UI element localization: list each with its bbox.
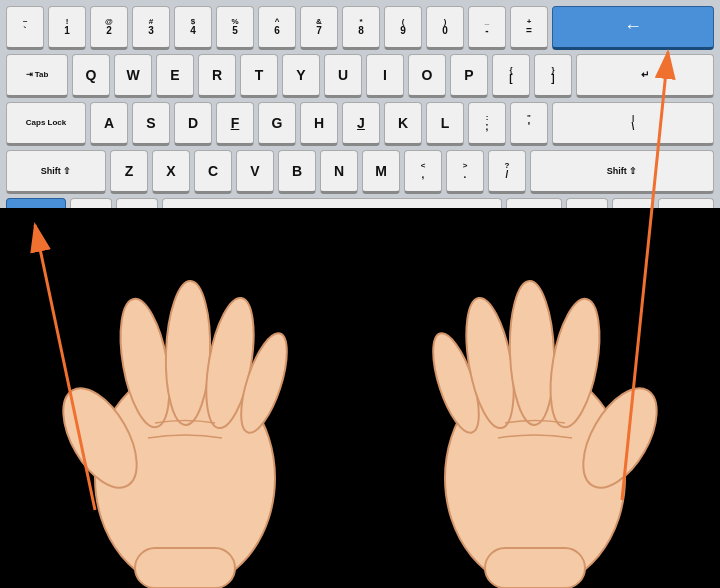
key-f[interactable]: F [216,102,254,146]
key-h[interactable]: H [300,102,338,146]
key-u[interactable]: U [324,54,362,98]
key-q[interactable]: Q [72,54,110,98]
key-9[interactable]: (9 [384,6,422,50]
key-semicolon[interactable]: :; [468,102,506,146]
key-4[interactable]: $4 [174,6,212,50]
key-7[interactable]: &7 [300,6,338,50]
key-a[interactable]: A [90,102,128,146]
shift-left-key[interactable]: Shift ⇧ [6,150,106,194]
tab-key[interactable]: ⇥ Tab [6,54,68,98]
asdf-row: Caps Lock A S D F G H J K L :; "' |\ [6,102,714,146]
key-d[interactable]: D [174,102,212,146]
zxcv-row: Shift ⇧ Z X C V B N M <, >. ?/ Shift ⇧ [6,150,714,194]
key-b[interactable]: B [278,150,316,194]
key-c[interactable]: C [194,150,232,194]
key-g[interactable]: G [258,102,296,146]
key-equals[interactable]: += [510,6,548,50]
enter-key[interactable]: ↵ [576,54,714,98]
key-backslash[interactable]: |\ [552,102,714,146]
key-open-bracket[interactable]: {[ [492,54,530,98]
key-s[interactable]: S [132,102,170,146]
key-r[interactable]: R [198,54,236,98]
key-5[interactable]: %5 [216,6,254,50]
key-backtick[interactable]: ~` [6,6,44,50]
key-k[interactable]: K [384,102,422,146]
key-x[interactable]: X [152,150,190,194]
key-m[interactable]: M [362,150,400,194]
key-o[interactable]: O [408,54,446,98]
key-quote[interactable]: "' [510,102,548,146]
key-minus[interactable]: _- [468,6,506,50]
key-6[interactable]: ^6 [258,6,296,50]
key-j[interactable]: J [342,102,380,146]
key-w[interactable]: W [114,54,152,98]
key-l[interactable]: L [426,102,464,146]
key-0[interactable]: )0 [426,6,464,50]
svg-rect-14 [485,548,585,588]
key-comma[interactable]: <, [404,150,442,194]
caps-lock-key[interactable]: Caps Lock [6,102,86,146]
svg-rect-7 [135,548,235,588]
key-v[interactable]: V [236,150,274,194]
qwerty-row: ⇥ Tab Q W E R T Y U I O P {[ }] ↵ [6,54,714,98]
key-p[interactable]: P [450,54,488,98]
key-y[interactable]: Y [282,54,320,98]
key-close-bracket[interactable]: }] [534,54,572,98]
key-t[interactable]: T [240,54,278,98]
key-i[interactable]: I [366,54,404,98]
shift-right-key[interactable]: Shift ⇧ [530,150,714,194]
backspace-key[interactable]: ← [552,6,714,50]
number-row: ~` !1 @2 #3 $4 %5 ^6 &7 *8 (9 )0 _- += ← [6,6,714,50]
key-8[interactable]: *8 [342,6,380,50]
key-n[interactable]: N [320,150,358,194]
key-e[interactable]: E [156,54,194,98]
key-1[interactable]: !1 [48,6,86,50]
key-3[interactable]: #3 [132,6,170,50]
key-z[interactable]: Z [110,150,148,194]
key-slash[interactable]: ?/ [488,150,526,194]
hands-illustration [0,208,720,588]
key-period[interactable]: >. [446,150,484,194]
key-2[interactable]: @2 [90,6,128,50]
